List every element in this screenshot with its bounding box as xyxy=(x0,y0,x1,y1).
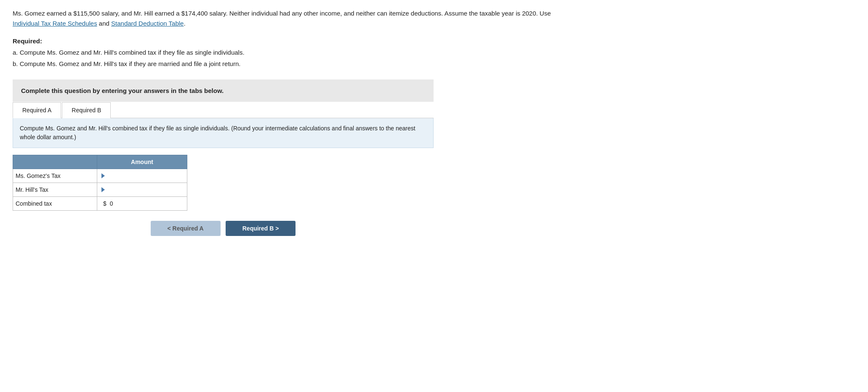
row-input-gomez[interactable] xyxy=(97,169,187,183)
arrow-icon-hill xyxy=(101,187,105,192)
intro-text-2: and xyxy=(97,20,111,27)
answer-table: Amount Ms. Gomez's Tax Mr. Hill's Tax xyxy=(13,155,187,211)
intro-paragraph: Ms. Gomez earned a $115,500 salary, and … xyxy=(13,8,577,29)
gomez-tax-input[interactable] xyxy=(106,172,183,180)
row-combined-cell: $ 0 xyxy=(97,197,187,211)
hill-tax-input[interactable] xyxy=(106,185,183,194)
row-label-gomez: Ms. Gomez's Tax xyxy=(13,169,97,183)
table-row: Mr. Hill's Tax xyxy=(13,183,187,197)
nav-buttons: < Required A Required B > xyxy=(13,221,434,236)
table-row-combined: Combined tax $ 0 xyxy=(13,197,187,211)
tab-content: Compute Ms. Gomez and Mr. Hill's combine… xyxy=(13,118,434,148)
required-b: b. Compute Ms. Gomez and Mr. Hill's tax … xyxy=(13,58,577,69)
row-label-combined: Combined tax xyxy=(13,197,97,211)
tab-required-a[interactable]: Required A xyxy=(13,102,61,118)
link-standard-deduction[interactable]: Standard Deduction Table xyxy=(111,20,184,27)
table-header-empty xyxy=(13,155,97,169)
row-input-hill[interactable] xyxy=(97,183,187,197)
required-label: Required: xyxy=(13,35,577,47)
table-header-amount: Amount xyxy=(97,155,187,169)
link-tax-rate[interactable]: Individual Tax Rate Schedules xyxy=(13,20,97,27)
tab-required-b[interactable]: Required B xyxy=(62,102,111,118)
intro-text-3: . xyxy=(184,20,185,27)
tabs-container: Required A Required B Compute Ms. Gomez … xyxy=(13,102,434,211)
instruction-box: Complete this question by entering your … xyxy=(13,79,434,102)
arrow-icon-gomez xyxy=(101,173,105,178)
row-label-hill: Mr. Hill's Tax xyxy=(13,183,97,197)
required-a: a. Compute Ms. Gomez and Mr. Hill's comb… xyxy=(13,47,577,58)
table-row: Ms. Gomez's Tax xyxy=(13,169,187,183)
required-section: Required: a. Compute Ms. Gomez and Mr. H… xyxy=(13,35,577,69)
intro-text-1: Ms. Gomez earned a $115,500 salary, and … xyxy=(13,10,551,17)
dollar-sign: $ xyxy=(103,200,107,207)
prev-button[interactable]: < Required A xyxy=(151,221,221,236)
tabs-header: Required A Required B xyxy=(13,102,434,118)
next-button[interactable]: Required B > xyxy=(226,221,296,236)
tab-instruction-main: Compute Ms. Gomez and Mr. Hill's combine… xyxy=(20,125,229,132)
combined-tax-value: 0 xyxy=(110,200,113,207)
